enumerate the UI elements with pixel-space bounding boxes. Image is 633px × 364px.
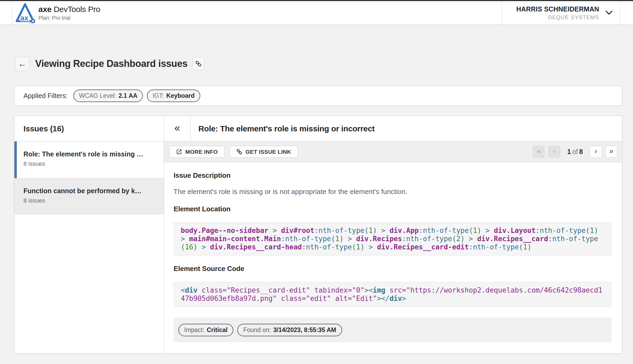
issue-group-title: Function cannot be performed by k… [23, 187, 156, 195]
chevron-left-icon: ‹ [553, 148, 555, 155]
issues-panel: Issues (16) Role: The element's role is … [14, 116, 622, 354]
get-issue-link-label: GET ISSUE LINK [246, 149, 291, 155]
svg-text:ax: ax [20, 14, 28, 22]
found-on-badge: Found on: 3/14/2023, 8:55:35 AM [237, 324, 342, 336]
element-location-code: body.Page--no-sidebar > div#root:nth-of-… [174, 222, 611, 256]
chevron-down-icon [605, 10, 613, 15]
impact-badge: Impact: Critical [178, 324, 233, 336]
chevrons-right-icon: » [609, 148, 613, 155]
pagination-status: 1of8 [567, 148, 583, 156]
impact-label: Impact: [184, 326, 204, 334]
issue-group-title: Role: The element's role is missing … [23, 150, 156, 158]
external-link-icon [176, 149, 182, 155]
header-left-divider [0, 1, 12, 25]
plan-label: Plan: Pro trial [38, 15, 100, 21]
issue-description-heading: Issue Description [174, 171, 611, 180]
issue-detail-body: Issue Description The element's role is … [164, 162, 622, 353]
element-source-heading: Element Source Code [174, 265, 611, 273]
filter-chip-igt[interactable]: IGT: Keyboard [147, 90, 200, 102]
issue-group-item-role[interactable]: Role: The element's role is missing … 8 … [14, 141, 164, 178]
pagination-of: of [571, 148, 579, 155]
first-issue-button: « [533, 146, 545, 158]
issue-title: Role: The element's role is missing or i… [191, 116, 375, 141]
issue-detail-pane: « Role: The element's role is missing or… [164, 116, 622, 353]
issue-description-text: The element's role is missing or is not … [174, 188, 611, 196]
issue-toolbar: MORE INFO GET ISSUE LINK « ‹ 1of8 [164, 141, 622, 162]
filter-chip-label: IGT: [153, 92, 164, 99]
app-title-rest: DevTools Pro [51, 5, 100, 14]
filter-chip-wcag-level[interactable]: WCAG Level: 2.1 AA [73, 90, 143, 102]
issue-detail-header: « Role: The element's role is missing or… [164, 116, 622, 141]
next-issue-button[interactable]: › [590, 146, 602, 158]
get-issue-link-button[interactable]: GET ISSUE LINK [230, 146, 298, 158]
app-header: ax axe DevTools Pro Plan: Pro trial HARR… [0, 1, 633, 25]
back-button[interactable]: ← [15, 57, 29, 71]
previous-issue-button: ‹ [548, 146, 560, 158]
collapse-issues-list-button[interactable]: « [164, 116, 191, 141]
app-title: axe DevTools Pro [38, 5, 100, 14]
user-menu-button[interactable]: HARRIS SCHNEIDERMAN DEQUE SYSTEMS [502, 1, 620, 25]
applied-filters-bar: Applied Filters: WCAG Level: 2.1 AA IGT:… [14, 86, 622, 106]
issue-group-count: 8 issues [23, 160, 156, 167]
chevrons-left-icon: « [174, 123, 180, 133]
app-logo-brand: ax axe DevTools Pro Plan: Pro trial [12, 1, 502, 25]
issues-list-title: Issues (16) [14, 116, 164, 141]
element-location-heading: Element Location [174, 205, 611, 213]
app-title-bold: axe [38, 5, 51, 14]
user-text-block: HARRIS SCHNEIDERMAN DEQUE SYSTEMS [516, 5, 599, 21]
axe-logo-icon: ax [15, 2, 35, 23]
pagination-total: 8 [579, 148, 583, 155]
impact-value: Critical [207, 326, 227, 334]
issues-list-sidebar: Issues (16) Role: The element's role is … [14, 116, 164, 353]
arrow-left-icon: ← [18, 59, 27, 69]
element-source-code: <div class="Recipes__card-edit" tabindex… [174, 282, 611, 307]
applied-filters-label: Applied Filters: [23, 92, 67, 100]
last-issue-button[interactable]: » [605, 146, 617, 158]
issue-group-item-function[interactable]: Function cannot be performed by k… 8 iss… [14, 178, 164, 214]
filter-chip-label: WCAG Level: [79, 92, 116, 99]
page-title: Viewing Recipe Dashboard issues [35, 58, 187, 69]
filter-chip-value: 2.1 AA [119, 92, 138, 99]
more-info-label: MORE INFO [185, 149, 218, 155]
copy-page-link-button[interactable] [192, 57, 204, 70]
found-on-value: 3/14/2023, 8:55:35 AM [273, 326, 336, 334]
link-icon [236, 149, 242, 155]
user-name: HARRIS SCHNEIDERMAN [516, 5, 599, 13]
issue-meta-strip: Impact: Critical Found on: 3/14/2023, 8:… [174, 318, 611, 342]
chevrons-left-icon: « [537, 148, 541, 155]
filter-chip-value: Keyboard [166, 92, 195, 99]
app-title-block: axe DevTools Pro Plan: Pro trial [38, 5, 100, 21]
issue-pagination: « ‹ 1of8 › » [533, 146, 617, 158]
user-org: DEQUE SYSTEMS [516, 14, 599, 21]
page-title-row: ← Viewing Recipe Dashboard issues [15, 56, 633, 71]
more-info-button[interactable]: MORE INFO [169, 146, 225, 158]
found-on-label: Found on: [243, 326, 271, 334]
issue-group-count: 8 issues [23, 197, 156, 204]
link-icon [195, 60, 202, 67]
chevron-right-icon: › [595, 148, 597, 155]
header-right-spacer [620, 1, 633, 25]
pagination-current: 1 [567, 148, 571, 155]
